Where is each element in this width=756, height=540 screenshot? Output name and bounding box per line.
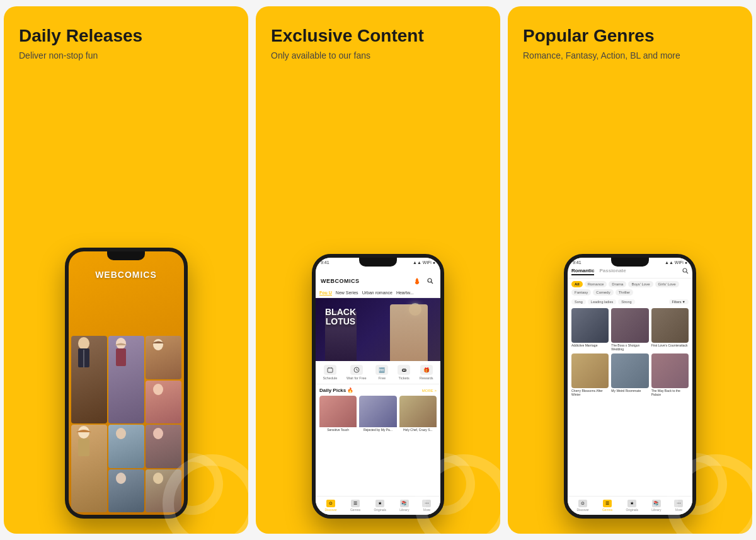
pick-card-3[interactable]: Holy Chef, Crazy S... (399, 396, 437, 432)
comic-card-3[interactable]: First Love's Counterattack (651, 308, 689, 351)
svg-rect-8 (78, 439, 89, 456)
comic-name-5: My Weird Roommate (611, 389, 648, 393)
panel-1-subtitle: Deliver non-stop fun (19, 50, 98, 60)
genre-tag-thriller[interactable]: Thriller (616, 289, 633, 296)
svg-point-10 (153, 428, 163, 439)
fire-icon[interactable] (412, 276, 422, 286)
panel-2-phone-wrapper: 9:41 ▲▲ WiFi ● WEBCOMICS (271, 73, 485, 519)
genre-tag-romance[interactable]: Romance (585, 281, 607, 287)
panel-3-title: Popular Genres (523, 25, 655, 47)
quick-icon-schedule[interactable]: Schedule (323, 365, 337, 380)
manga-char-5 (71, 425, 107, 512)
search-icon-2[interactable] (425, 276, 435, 286)
library-icon: 📚 (400, 500, 409, 507)
filter-label: Filters (672, 300, 682, 304)
quick-icon-wait[interactable]: Wait for Free (346, 365, 367, 380)
bottom-nav-3-originals[interactable]: ★ Originals (626, 500, 638, 512)
rewards-icon: 🎁 (420, 365, 433, 375)
notch-3 (611, 258, 649, 267)
comic-card-6[interactable]: The Way Back to the Palace (651, 353, 689, 396)
genre-tag-girls-love[interactable]: Girls' Love (655, 281, 679, 287)
bottom-nav-3-label-genres: Genres (602, 508, 612, 512)
section-more-2[interactable]: MORE > (422, 389, 437, 393)
library-icon-3: 📚 (652, 500, 661, 507)
genre-tabs-row: Romantic Passionate (568, 266, 692, 279)
picks-grid: Sensitive Touch Rejected by My Pa... Hol… (319, 396, 437, 432)
more-icon: ⋯ (422, 500, 431, 507)
comic-card-4[interactable]: Cherry Blossoms After Winter (571, 353, 609, 396)
bottom-nav-3-label-discover: Discover (577, 508, 589, 512)
genres-icon: ☰ (351, 500, 360, 507)
svg-rect-4 (116, 348, 126, 366)
pick-img-1 (319, 396, 357, 427)
schedule-label: Schedule (323, 376, 337, 380)
comic-name-1: Addictive Marriage (571, 343, 609, 347)
pick-card-2[interactable]: Rejected by My Pa... (359, 396, 396, 432)
header-icons-2 (412, 276, 435, 286)
quick-icon-free[interactable]: 🆓 Free (375, 365, 388, 380)
free-label: Free (379, 376, 386, 380)
comic-thumb-3 (651, 308, 689, 343)
bottom-nav-3-genres[interactable]: ☰ Genres (602, 500, 612, 512)
genre-tab-romantic[interactable]: Romantic (571, 268, 594, 275)
manga-char-7 (146, 425, 181, 468)
manga-collage (69, 280, 184, 515)
genre-tag-drama[interactable]: Drama (609, 281, 626, 287)
sort-btn-song[interactable]: Song (571, 299, 586, 304)
app-logo-2: WEBCOMICS (321, 278, 360, 284)
screen-2: 9:41 ▲▲ WiFi ● WEBCOMICS (316, 258, 440, 515)
nav-tab-heart[interactable]: Heartw... (396, 290, 414, 296)
more-icon-3: ⋯ (674, 500, 683, 507)
manga-char-2 (108, 336, 144, 423)
panel-2-subtitle: Only available to our fans (271, 50, 370, 60)
section-title-2: Daily Picks 🔥 (319, 388, 353, 393)
screen-1: WEBCOMICS (69, 251, 184, 515)
svg-point-9 (116, 428, 126, 439)
filter-button[interactable]: Filters ▼ (669, 299, 689, 304)
originals-icon-3: ★ (627, 500, 636, 507)
quick-icon-tickets[interactable]: 🎟 Tickets (398, 365, 410, 380)
bottom-nav-label-discover: Discover (325, 508, 337, 512)
svg-point-6 (153, 384, 163, 395)
bottom-nav-originals[interactable]: ★ Originals (374, 500, 386, 512)
banner-line-2: LOTUS (325, 317, 356, 326)
bottom-nav-3-more[interactable]: ⋯ More (674, 500, 683, 512)
schedule-icon (324, 365, 336, 375)
panel-popular-genres: Popular Genres Romance, Fantasy, Action,… (508, 6, 752, 534)
comics-grid: Addictive Marriage The Boss x Shotgun We… (568, 306, 692, 399)
genre-search-icon[interactable] (682, 268, 689, 275)
discover-icon: ⊙ (326, 500, 335, 507)
bottom-nav-label-genres: Genres (350, 508, 360, 512)
bottom-nav-discover[interactable]: ⊙ Discover (325, 500, 337, 512)
pick-card-1[interactable]: Sensitive Touch (319, 396, 357, 432)
sort-btn-strong[interactable]: Strong (618, 299, 634, 304)
genre-tag-fantasy[interactable]: Fantasy (571, 289, 591, 296)
comic-card-1[interactable]: Addictive Marriage (571, 308, 609, 351)
rewards-label: Rewards (420, 376, 433, 380)
pick-label-3: Holy Chef, Crazy S... (399, 427, 437, 432)
pick-label-1: Sensitive Touch (319, 427, 357, 432)
bottom-nav-3-library[interactable]: 📚 Library (651, 500, 661, 512)
comic-card-5[interactable]: My Weird Roommate (611, 353, 648, 396)
nav-tab-new-series[interactable]: New Series (336, 290, 358, 296)
comic-card-2[interactable]: The Boss x Shotgun Wedding (611, 308, 648, 351)
genre-tag-comedy[interactable]: Comedy (593, 289, 613, 296)
bottom-nav-genres[interactable]: ☰ Genres (350, 500, 360, 512)
genre-tag-bl[interactable]: Boys' Love (628, 281, 653, 287)
pick-img-3 (399, 396, 437, 427)
bottom-nav-library[interactable]: 📚 Library (399, 500, 409, 512)
genre-tab-passionate[interactable]: Passionate (599, 268, 626, 275)
quick-icon-rewards[interactable]: 🎁 Rewards (420, 365, 433, 380)
bottom-nav-more[interactable]: ⋯ More (422, 500, 431, 512)
originals-icon: ★ (375, 500, 384, 507)
manga-char-6 (108, 425, 144, 468)
comic-name-3: First Love's Counterattack (651, 343, 689, 347)
genre-tag-all[interactable]: All (571, 281, 583, 287)
panel-3-subtitle: Romance, Fantasy, Action, BL and more (523, 50, 680, 60)
nav-tab-fou-u[interactable]: Fou U (319, 290, 332, 296)
bottom-nav-3-discover[interactable]: ⊙ Discover (577, 500, 589, 512)
svg-point-19 (683, 268, 687, 272)
manga-char-4 (146, 381, 181, 424)
sort-btn-leading[interactable]: Leading ladies (588, 299, 616, 304)
nav-tab-urban[interactable]: Urban romance (362, 290, 392, 296)
